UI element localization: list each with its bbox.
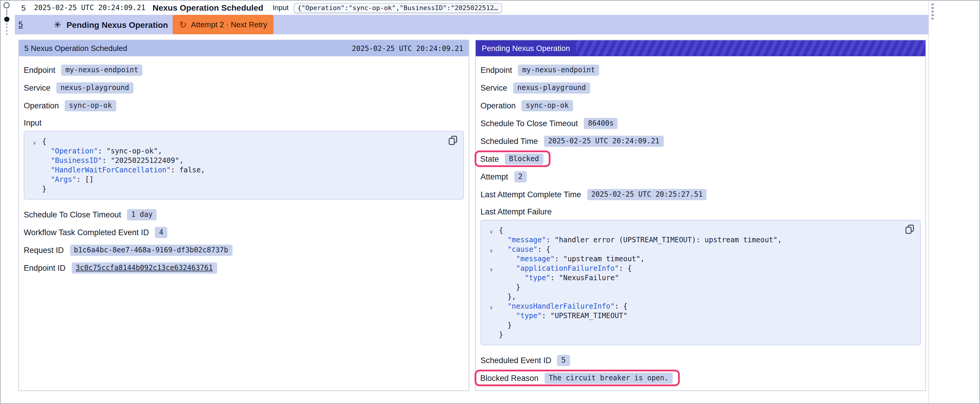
- scrollbar-track[interactable]: [928, 1, 929, 403]
- field-label: Attempt: [480, 172, 508, 181]
- json-line: "BusinessID": "20250225122409",: [42, 156, 439, 165]
- field-value-chip: nexus-playground: [56, 82, 133, 93]
- event-list: 5 2025-02-25 UTC 20:24:09.21 Nexus Opera…: [15, 1, 929, 391]
- field-row-last-attempt-complete-time: Last Attempt Complete Time2025-02-25 UTC…: [480, 185, 921, 203]
- field-row-service: Servicenexus-playground: [24, 79, 464, 97]
- json-key: "cause": [508, 245, 538, 253]
- panel-title: Pending Nexus Operation: [476, 40, 576, 56]
- json-line: }: [499, 282, 896, 292]
- json-key: "Operation": [51, 147, 98, 155]
- field-label: Endpoint: [24, 65, 56, 74]
- retry-icon: ↻: [179, 19, 186, 30]
- field-value-chip: sync-op-ok: [522, 100, 573, 111]
- pending-title: Pending Nexus Operation: [67, 20, 168, 29]
- copy-icon: [905, 225, 914, 234]
- json-line: }: [499, 330, 896, 339]
- field-value-chip: my-nexus-endpoint: [61, 64, 143, 76]
- field-row-operation: Operationsync-op-ok: [480, 97, 921, 114]
- field-value-chip: 4: [155, 227, 167, 238]
- field-row-scheduled-time: Scheduled Time2025-02-25 UTC 20:24:09.21: [480, 132, 921, 150]
- collapse-chevron-icon[interactable]: ∨: [489, 227, 493, 236]
- json-viewer: ∨{ "Operation": "sync-op-ok", "BusinessI…: [24, 131, 464, 200]
- json-viewer: ∨{ "message": "handler error (UPSTREAM_T…: [480, 220, 921, 345]
- collapse-chevron-icon[interactable]: ∨: [489, 303, 493, 312]
- field-value-chip: 2025-02-25 UTC 20:25:27.51: [587, 189, 707, 200]
- annotation-highlight: StateBlocked: [474, 151, 550, 167]
- json-key: "Args": [51, 175, 76, 184]
- copy-button[interactable]: [904, 225, 915, 235]
- json-line: "Operation": "sync-op-ok",: [42, 146, 439, 156]
- panel-body: Endpointmy-nexus-endpointServicenexus-pl…: [19, 56, 469, 280]
- timeline-connector: [6, 23, 7, 35]
- json-line: "HandlerWaitForCancellation": false,: [42, 165, 439, 175]
- json-key: "nexusHandlerFailureInfo": [508, 302, 614, 311]
- json-line: "type": "NexusFailure": [499, 273, 896, 282]
- panel-header[interactable]: 5 Nexus Operation Scheduled 2025-02-25 U…: [19, 40, 469, 56]
- input-label: Input: [273, 3, 289, 12]
- field-label: Last Attempt Failure: [480, 204, 921, 219]
- field-row-blocked-reason: Blocked ReasonThe circuit breaker is ope…: [480, 369, 921, 387]
- panel-header[interactable]: Pending Nexus Operation: [476, 40, 926, 56]
- json-key: "message": [508, 236, 546, 244]
- panel-body: Endpointmy-nexus-endpointServicenexus-pl…: [476, 56, 926, 390]
- field-label: Scheduled Event ID: [480, 356, 551, 364]
- json-line: }: [499, 320, 896, 330]
- panel-timestamp: 2025-02-25 UTC 20:24:09.21: [352, 44, 463, 52]
- field-row-state: StateBlocked: [480, 150, 921, 168]
- field-row-schedule-to-close-timeout: Schedule To Close Timeout86400s: [480, 114, 921, 132]
- field-label: Workflow Task Completed Event ID: [24, 228, 149, 237]
- json-line: "Args": []: [42, 175, 439, 184]
- pending-event-id-link[interactable]: 5: [18, 20, 23, 29]
- json-key: "type": [525, 274, 550, 282]
- field-value-chip: b1c6a4bc-8ee7-468a-9169-df3b02c8737b: [70, 244, 232, 256]
- field-label: Scheduled Time: [480, 136, 538, 146]
- field-row-endpoint: Endpointmy-nexus-endpoint: [480, 61, 921, 79]
- scrollbar-thumb[interactable]: [931, 3, 934, 19]
- collapse-chevron-icon[interactable]: ∨: [489, 265, 493, 274]
- timeline-node-open-icon[interactable]: [3, 2, 10, 8]
- input-preview-chip: {"Operation":"sync-op-ok","BusinessID":"…: [293, 3, 502, 13]
- event-detail-panel-scheduled: 5 Nexus Operation Scheduled 2025-02-25 U…: [18, 40, 469, 391]
- field-value-link[interactable]: 3c0c75ccfa8144b092c13ce632463761: [72, 262, 217, 273]
- field-row-operation: Operationsync-op-ok: [24, 97, 464, 114]
- field-row-workflow-task-completed-event-id: Workflow Task Completed Event ID4: [24, 223, 464, 241]
- copy-button[interactable]: [447, 136, 458, 146]
- field-value-chip: my-nexus-endpoint: [518, 64, 600, 76]
- attempt-badge-label: Attempt 2 · Next Retry: [191, 20, 267, 29]
- field-label: Endpoint ID: [24, 263, 65, 272]
- field-value-chip: nexus-playground: [513, 82, 590, 93]
- json-key: "message": [516, 255, 555, 263]
- event-detail-panel-pending: Pending Nexus Operation Endpointmy-nexus…: [475, 40, 926, 391]
- field-label: Operation: [24, 101, 59, 110]
- json-line: ∨{: [42, 137, 439, 146]
- event-id: 5: [21, 3, 25, 12]
- pending-operation-row[interactable]: 5 ✳ Pending Nexus Operation ↻ Attempt 2 …: [15, 15, 929, 34]
- field-label: Operation: [480, 101, 516, 110]
- annotation-highlight: Blocked ReasonThe circuit breaker is ope…: [474, 370, 680, 386]
- field-label: Blocked Reason: [480, 374, 539, 382]
- json-line: },: [499, 292, 896, 301]
- field-row-service: Servicenexus-playground: [480, 79, 921, 97]
- field-label: Schedule To Close Timeout: [24, 210, 121, 219]
- json-line: "type": "UPSTREAM_TIMEOUT": [499, 311, 896, 320]
- event-detail-panels: 5 Nexus Operation Scheduled 2025-02-25 U…: [15, 34, 929, 391]
- field-value-chip: Blocked: [505, 153, 543, 165]
- json-line: ∨ "cause": {: [499, 245, 896, 254]
- asterisk-pending-icon: ✳: [54, 19, 61, 30]
- field-label: Schedule To Close Timeout: [480, 119, 578, 128]
- field-row-attempt: Attempt2: [480, 168, 921, 185]
- timeline-node-dot-icon[interactable]: [4, 17, 9, 22]
- collapse-chevron-icon[interactable]: ∨: [33, 138, 36, 147]
- field-label: Request ID: [24, 246, 64, 254]
- json-key: "applicationFailureInfo": [516, 264, 619, 273]
- field-label: Input: [24, 116, 464, 130]
- json-line: }: [42, 184, 439, 194]
- panel-title: 5 Nexus Operation Scheduled: [24, 44, 127, 53]
- field-row-scheduled-event-id: Scheduled Event ID5: [480, 351, 921, 369]
- field-value-chip: 2: [514, 171, 527, 182]
- field-value-chip: 86400s: [584, 117, 618, 129]
- collapse-chevron-icon[interactable]: ∨: [489, 246, 493, 255]
- event-summary-row[interactable]: 5 2025-02-25 UTC 20:24:09.21 Nexus Opera…: [15, 1, 929, 15]
- json-line: ∨ "applicationFailureInfo": {: [499, 264, 896, 273]
- event-history-view: 5 2025-02-25 UTC 20:24:09.21 Nexus Opera…: [0, 0, 980, 404]
